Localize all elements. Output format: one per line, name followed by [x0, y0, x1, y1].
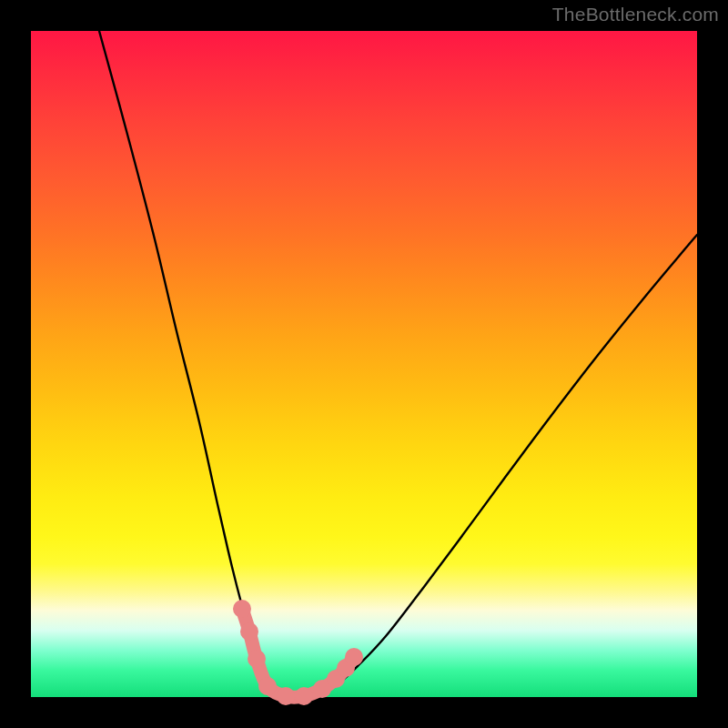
chart-overlay-svg	[31, 31, 697, 697]
watermark-text: TheBottleneck.com	[552, 4, 719, 25]
marker-group	[233, 600, 363, 705]
plot-area	[31, 31, 697, 697]
curve-right-curve	[298, 235, 697, 696]
chart-frame: TheBottleneck.com	[0, 0, 728, 728]
marker-dot	[258, 677, 277, 695]
marker-dot	[277, 687, 295, 705]
curve-group	[99, 31, 697, 696]
marker-dot	[295, 687, 313, 705]
curve-left-curve	[99, 31, 298, 696]
marker-dot	[345, 648, 363, 666]
marker-dot	[248, 650, 266, 668]
marker-dot	[240, 622, 258, 641]
marker-dot	[233, 600, 251, 618]
